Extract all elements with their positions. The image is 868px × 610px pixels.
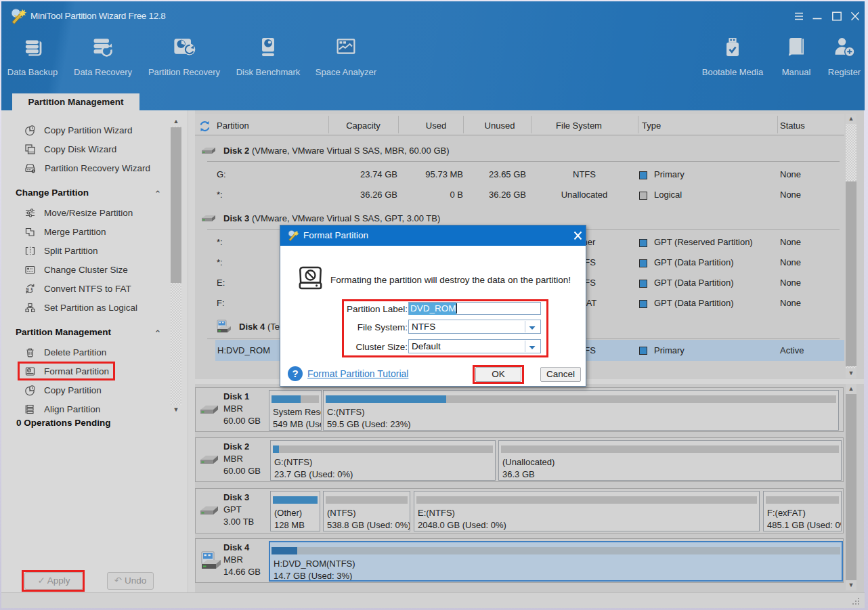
svg-text:F: F bbox=[31, 286, 34, 290]
svg-text:N: N bbox=[26, 287, 29, 291]
